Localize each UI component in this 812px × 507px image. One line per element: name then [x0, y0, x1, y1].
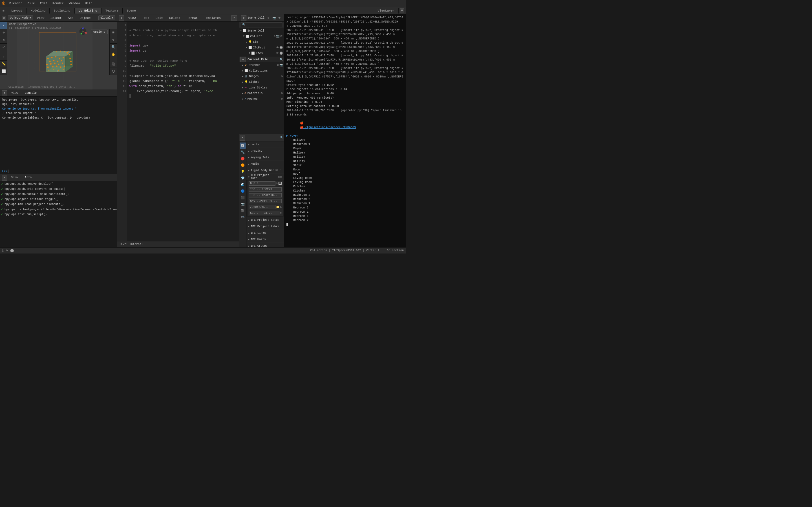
ifc-sa-close[interactable]: ✕	[280, 211, 282, 215]
props-ifc-units-header[interactable]: ▶ IFC Units	[246, 236, 284, 242]
move-tool[interactable]: ✛	[0, 29, 7, 36]
outliner-meshes[interactable]: ▶ △ Meshes ⚙	[239, 96, 284, 102]
ifc-duple-edit[interactable]: ✎	[276, 182, 278, 185]
editor-type-selector[interactable]: ⊞	[0, 7, 7, 14]
console-type-btn[interactable]: ⊞	[2, 91, 7, 96]
ifcs-hide[interactable]: 👁	[276, 52, 279, 55]
props-ifc-info-header[interactable]: ▼ IFC Project Info ⊡⊡⊡	[246, 174, 284, 180]
props-view-layer-icon[interactable]: 🟠	[240, 162, 246, 168]
outliner-type-btn[interactable]: ⊞	[241, 15, 246, 21]
viewport[interactable]: ⊞ Object Mode ▼ View Select Add Object G…	[0, 14, 117, 90]
terminal-content[interactable]: reating object #35305=IfcDoorStyle('2klO…	[284, 14, 406, 247]
outliner-materials[interactable]: ▶ ⚙ Materials ⚙	[239, 91, 284, 96]
collect-restrict1[interactable]: ⚙	[274, 35, 275, 38]
scale-tool[interactable]: ⤢	[0, 44, 7, 51]
props-ifc-setup-header[interactable]: ▶ IFC Project Setup	[246, 217, 284, 223]
text-wrap-btn[interactable]: ≡	[232, 15, 237, 21]
zoom-btn[interactable]: 🔍	[110, 44, 117, 51]
props-audio-header[interactable]: ▶ Audio	[246, 161, 284, 167]
outliner-images[interactable]: ▶ 🖼 Images ⚙	[239, 73, 284, 79]
options-button[interactable]: Options	[91, 30, 108, 34]
collection-btn[interactable]: ⬡	[110, 68, 117, 75]
object-mode-dropdown[interactable]: Object Mode ▼	[8, 15, 33, 20]
ifc-duple-camera[interactable]: 🔳	[278, 182, 282, 185]
props-object-icon[interactable]: 🌊	[240, 181, 246, 187]
tab-sculpting[interactable]: Sculpting	[50, 8, 74, 13]
props-constraints-icon[interactable]: 🎬	[240, 207, 246, 214]
ifcproj-hide[interactable]: 👁	[276, 46, 279, 49]
props-data-icon[interactable]: 🎮	[240, 214, 246, 220]
outliner-collections[interactable]: ▶ ⬜ Collections	[239, 68, 284, 73]
ifc-duple-btn[interactable]: Duple...	[249, 181, 275, 186]
menu-render[interactable]: Render	[50, 1, 66, 6]
text-editor-type-btn[interactable]: ⊞	[119, 15, 124, 21]
text-select-btn[interactable]: Select	[167, 16, 183, 20]
status-scene-icon[interactable]: ⬤	[10, 248, 14, 252]
measure-tool[interactable]: 📏	[0, 61, 7, 68]
text-edit-btn[interactable]: Edit	[153, 16, 165, 20]
outliner-filter-btn[interactable]: ⚙	[266, 15, 271, 20]
ifc-sa-btn[interactable]: Sa... | Sa...	[249, 211, 280, 215]
ifcs-render[interactable]: 🔘	[280, 52, 283, 55]
props-physics-icon[interactable]: 📷	[240, 201, 246, 207]
outliner-lights[interactable]: ▶ 💡 Lights	[239, 79, 284, 85]
add-cube-tool[interactable]: ⬜	[0, 68, 7, 75]
viewport-select-btn[interactable]: Select	[48, 16, 64, 20]
props-keying-header[interactable]: ▶ Keying Sets	[246, 154, 284, 161]
global-dropdown[interactable]: Global ▼	[98, 15, 115, 20]
tab-viewlayer[interactable]: ViewLayer	[374, 8, 399, 13]
ifc-coordin-btn[interactable]: IFC ...Coordin...	[249, 193, 282, 198]
copy-icon[interactable]: ⧉	[400, 8, 404, 13]
materials-filter[interactable]: ⚙	[281, 92, 283, 95]
ifc-savdate-btn[interactable]: Sav...2011-09-...	[249, 199, 282, 203]
outliner-linestyles[interactable]: ▶ 〰 Line Styles	[239, 85, 284, 91]
props-particles-icon[interactable]: ⬛	[240, 194, 246, 201]
props-ifc-groups-header[interactable]: ▶ IFC Groups	[246, 243, 284, 247]
view-menu-btn[interactable]: ⊟	[110, 29, 117, 36]
tab-layout[interactable]: Layout	[7, 8, 27, 13]
props-search-btn[interactable]: 🔍	[280, 136, 283, 139]
console-content[interactable]: bpy.props, bpy.types, bpy.context, bpy.u…	[0, 97, 117, 168]
outliner-item-scene-coll[interactable]: ▼ ⬜ Scene Coll	[239, 28, 284, 34]
cf-search-icon[interactable]: 🔍	[280, 58, 283, 61]
collect-camera[interactable]: 📷	[276, 35, 280, 38]
info-type-btn[interactable]: ⊞	[2, 175, 7, 180]
props-rigid-header[interactable]: ▶ Rigid Body World :	[246, 167, 284, 173]
status-info-icon[interactable]: ℹ	[2, 248, 4, 252]
props-world-icon[interactable]: 💎	[240, 175, 246, 181]
camera-btn[interactable]: 🎥	[110, 61, 117, 68]
text-view-btn[interactable]: View	[126, 16, 138, 20]
ifcproj-render[interactable]: 🔘	[280, 46, 283, 49]
text-templates-btn[interactable]: Templates	[202, 16, 223, 20]
viewport-type-btn[interactable]: ⊞	[2, 16, 6, 20]
props-scene-icon[interactable]: 🖼	[240, 143, 246, 149]
code-content[interactable]: # This stub runs a python script relativ…	[127, 22, 239, 241]
outliner-item-collect[interactable]: ▼ ⬜ Collect ⚙ 📷 👁	[239, 34, 284, 39]
annotate-tool[interactable]: ✏	[0, 53, 7, 61]
brushes-filter[interactable]: ⚙	[277, 63, 279, 67]
viewport-add-btn[interactable]: Add	[66, 16, 76, 20]
console-console-tab[interactable]: Console	[22, 91, 40, 95]
props-gravity-header[interactable]: ▶ Gravity	[246, 148, 284, 154]
status-edit-icon[interactable]: ✎	[6, 248, 8, 252]
orbit-btn[interactable]: ⊕	[110, 36, 117, 44]
tab-scene[interactable]: Scene	[123, 8, 140, 13]
props-ifc-links-header[interactable]: ▶ IFC Links	[246, 230, 284, 236]
props-units-header[interactable]: ▶ Units	[246, 142, 284, 148]
ifc-path-btn[interactable]: /Users/m...	[249, 205, 275, 209]
text-format-btn[interactable]: Format	[185, 16, 200, 20]
pan-btn[interactable]: ✋	[110, 51, 117, 58]
ifc-path-refresh[interactable]: ↻	[280, 205, 282, 209]
brushes-camera[interactable]: 📷	[280, 63, 283, 67]
props-output-icon[interactable]: 🔴	[240, 156, 246, 162]
info-view-tab[interactable]: View	[8, 175, 21, 180]
props-ifc-library-header[interactable]: ▶ IFC Project Libra	[246, 223, 284, 230]
info-info-tab[interactable]: Info	[22, 175, 35, 180]
outliner-camera-btn[interactable]: 📷	[271, 15, 276, 20]
menu-blender[interactable]: Blender	[7, 1, 24, 6]
outliner-item-ifcproj[interactable]: ▼ ⬜ IfcProj 👁 🔘	[239, 45, 284, 50]
outliner-item-ifcs[interactable]: ▼ ⬜ IfcS 👁 🔘	[239, 50, 284, 56]
search-input[interactable]: 🔍	[241, 22, 282, 27]
tab-uv-editing[interactable]: UV Editing	[75, 8, 101, 13]
ifc-path-folder[interactable]: 📁	[276, 205, 280, 209]
